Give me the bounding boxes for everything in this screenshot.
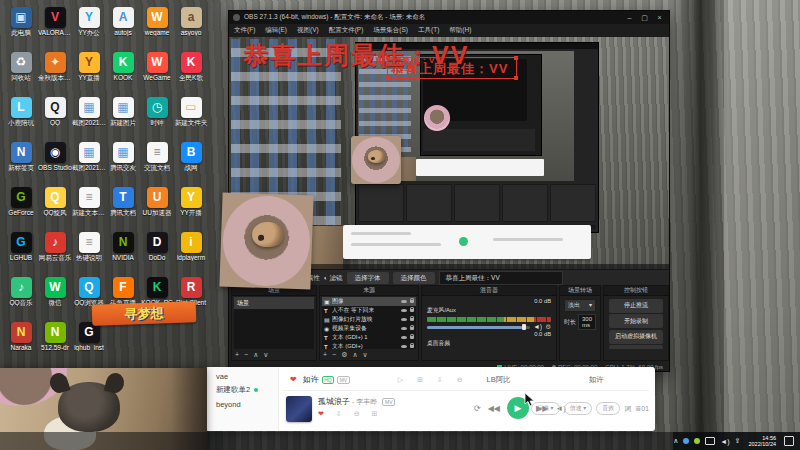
- lyrics-button[interactable]: 词: [624, 404, 631, 414]
- desktop-icon[interactable]: QQQ: [38, 96, 72, 141]
- menu-scene-collection[interactable]: 场景集合(S): [368, 26, 413, 35]
- lock-icon[interactable]: [410, 300, 415, 304]
- desktop-icon[interactable]: GLGHUB: [4, 231, 38, 276]
- source-row[interactable]: ▤图像幻灯片放映: [322, 315, 416, 324]
- usb-eject-icon[interactable]: ⇪: [735, 437, 741, 445]
- obs-titlebar[interactable]: OBS 27.1.3 (64-bit, windows) - 配置文件: 未命名…: [229, 11, 669, 24]
- add-scene-button[interactable]: +: [235, 350, 239, 359]
- song-album[interactable]: 如许: [589, 375, 604, 385]
- desktop-icon[interactable]: ≡热键说明: [72, 231, 106, 276]
- channel-gear-icon[interactable]: ⚙: [545, 323, 551, 331]
- source-row[interactable]: T人不在 等下回来: [322, 306, 416, 315]
- desktop-icon[interactable]: WWeGame: [140, 51, 174, 96]
- desktop-icon[interactable]: Wwegame: [140, 6, 174, 51]
- song-artist[interactable]: LB阿比: [487, 375, 511, 385]
- controls-dock-title[interactable]: 控制按钮: [604, 286, 668, 296]
- desktop-icon[interactable]: ▦截图20211008: [72, 141, 106, 186]
- desktop-icon[interactable]: UUU加速器: [140, 186, 174, 231]
- volume-slider[interactable]: [427, 326, 530, 329]
- desktop-icon[interactable]: KKOOK: [106, 51, 140, 96]
- dream-banner-icon[interactable]: 寻梦想: [92, 301, 197, 326]
- speed-button[interactable]: 倍速 ▾: [564, 402, 593, 415]
- filters-button[interactable]: ◐ 滤镜: [324, 274, 343, 283]
- webcam-window[interactable]: [219, 192, 313, 289]
- favorite-icon[interactable]: ❤: [318, 410, 329, 417]
- desktop-icon[interactable]: K全民K歌: [174, 51, 208, 96]
- sources-dock-title[interactable]: 来源: [320, 286, 418, 296]
- visibility-icon[interactable]: [401, 327, 407, 331]
- desktop-icon[interactable]: N512.59-dr: [38, 321, 72, 366]
- playlist-item[interactable]: beyond: [206, 395, 278, 409]
- lock-icon[interactable]: [410, 345, 415, 349]
- desktop-icon[interactable]: W微信: [38, 276, 72, 321]
- source-down-button[interactable]: ∨: [363, 350, 368, 359]
- loop-icon[interactable]: ⟳: [474, 404, 481, 413]
- desktop-icon[interactable]: ♻回收站: [4, 51, 38, 96]
- desktop-icon[interactable]: ≡交流文档: [140, 141, 174, 186]
- lock-icon[interactable]: [410, 327, 415, 331]
- desktop-icon[interactable]: QQQ旋风: [38, 186, 72, 231]
- lock-icon[interactable]: [410, 336, 415, 340]
- desktop-icon[interactable]: YYY开播: [174, 186, 208, 231]
- lock-icon[interactable]: [410, 318, 415, 322]
- menu-help[interactable]: 帮助(H): [444, 26, 476, 35]
- desktop-icon[interactable]: ▭新建文件夹: [174, 96, 208, 141]
- desktop-icon[interactable]: ▣此电脑: [4, 6, 38, 51]
- remove-source-button[interactable]: −: [332, 350, 336, 359]
- playlist-item[interactable]: 新建歌单2: [206, 381, 278, 396]
- visibility-icon[interactable]: [401, 345, 407, 349]
- desktop-icon[interactable]: NNaraka: [4, 321, 38, 366]
- desktop-icon[interactable]: ♪网易云音乐: [38, 231, 72, 276]
- playlist-item[interactable]: vae: [206, 367, 278, 381]
- desktop-icon[interactable]: B战网: [174, 141, 208, 186]
- minimize-button[interactable]: –: [622, 11, 637, 24]
- desktop-icon[interactable]: ♪QQ音乐: [4, 276, 38, 321]
- scene-item[interactable]: 场景: [234, 297, 314, 309]
- start-recording-button[interactable]: 开始录制: [609, 314, 663, 328]
- action-center-icon[interactable]: [784, 436, 794, 446]
- desktop-icon[interactable]: ◉OBS Studio: [38, 141, 72, 186]
- add-source-button[interactable]: +: [323, 350, 327, 359]
- choose-font-button[interactable]: 选择字体: [347, 272, 389, 284]
- album-art[interactable]: [286, 396, 312, 422]
- desktop-icon[interactable]: T腾讯文档: [106, 186, 140, 231]
- tray-app-icon-blue[interactable]: [683, 438, 689, 444]
- tray-chevron-icon[interactable]: ∧: [673, 437, 678, 445]
- desktop-icon[interactable]: YYY直播: [72, 51, 106, 96]
- desktop-icon[interactable]: aasyoyo: [174, 6, 208, 51]
- studio-mode-button[interactable]: 工作室模式: [609, 345, 663, 349]
- desktop-icon[interactable]: ◷时钟: [140, 96, 174, 141]
- transitions-dock-title[interactable]: 场景转场: [560, 286, 600, 296]
- desktop-icon[interactable]: Glghub_inst: [72, 321, 106, 366]
- menu-edit[interactable]: 编辑(E): [260, 26, 292, 35]
- menu-profile[interactable]: 配置文件(P): [324, 26, 369, 35]
- source-row[interactable]: ◉视频采集设备: [322, 324, 416, 333]
- close-button[interactable]: ×: [652, 11, 667, 24]
- scene-overlay-text[interactable]: 恭喜上周最佳：VV: [243, 39, 663, 72]
- source-row[interactable]: ▣图像: [322, 297, 416, 306]
- duration-field[interactable]: 300 ms: [578, 314, 596, 330]
- desktop-icon[interactable]: DDoDo: [140, 231, 174, 276]
- desktop-icon[interactable]: Aautojs: [106, 6, 140, 51]
- menu-file[interactable]: 文件(F): [229, 26, 260, 35]
- text-content-field[interactable]: 恭喜上周最佳：VV: [439, 271, 563, 285]
- desktop-icon[interactable]: ▦截图20211001: [72, 96, 106, 141]
- desktop-icon[interactable]: ✦金秋版本活动: [38, 51, 72, 96]
- virtual-camera-button[interactable]: 启动虚拟摄像机: [609, 330, 663, 344]
- desktop-icon[interactable]: GGeForce: [4, 186, 38, 231]
- mixer-dock-title[interactable]: 混音器: [422, 286, 556, 296]
- transition-select[interactable]: 淡出▾: [564, 299, 596, 312]
- visibility-icon[interactable]: [401, 309, 407, 313]
- desktop-icon[interactable]: ▦新建图片: [106, 96, 140, 141]
- stop-streaming-button[interactable]: 停止推流: [609, 299, 663, 313]
- desktop-icon[interactable]: NNVIDIA: [106, 231, 140, 276]
- menu-tools[interactable]: 工具(T): [413, 26, 444, 35]
- volume-tray-icon[interactable]: ◄): [720, 438, 729, 445]
- visibility-icon[interactable]: [401, 336, 407, 340]
- source-up-button[interactable]: ∧: [352, 350, 357, 359]
- mv-badge[interactable]: MV: [337, 376, 350, 384]
- scene-down-button[interactable]: ∨: [263, 350, 268, 359]
- visibility-icon[interactable]: [401, 300, 407, 304]
- desktop-icon[interactable]: ▦腾讯交友: [106, 141, 140, 186]
- visibility-icon[interactable]: [401, 318, 407, 322]
